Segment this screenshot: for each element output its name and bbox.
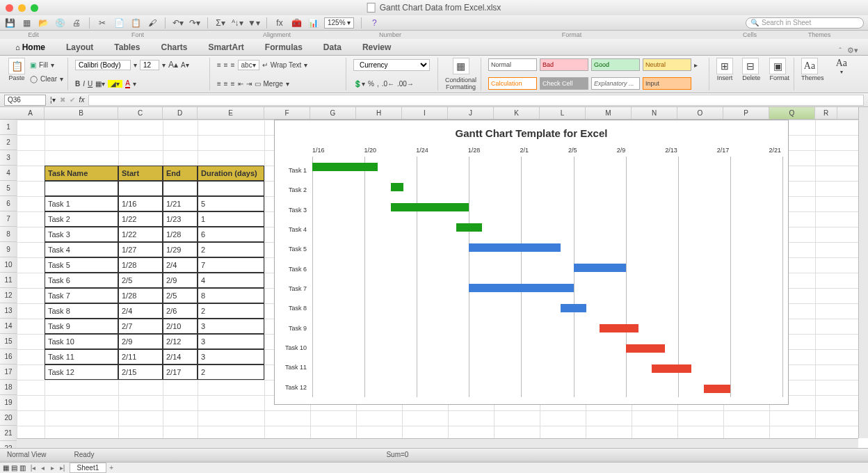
cell[interactable]: 2/6 [163,303,198,319]
cell[interactable]: Task 11 [45,349,118,364]
fill-button[interactable]: Fill [39,61,48,69]
comma-button[interactable]: , [377,80,379,88]
save-as-icon[interactable]: 💿 [54,17,65,29]
font-color-button[interactable]: A [125,79,130,88]
formula-input[interactable] [88,95,864,106]
cell[interactable]: 2 [198,303,264,319]
cell[interactable]: 2/4 [118,303,163,319]
cell[interactable]: 2/11 [118,349,163,364]
close-window-button[interactable] [6,4,13,12]
cell[interactable] [45,181,118,196]
tab-charts[interactable]: Charts [155,40,193,55]
tab-layout[interactable]: Layout [61,40,99,55]
font-name-select[interactable] [75,60,131,70]
filter-icon[interactable]: ▼▾ [248,17,259,29]
col-header-O[interactable]: O [677,107,723,119]
cell[interactable]: 2/4 [163,257,198,273]
ribbon-settings-icon[interactable]: ⚙▾ [847,46,858,55]
col-header-B[interactable]: B [45,107,118,119]
style-calculation[interactable]: Calculation [488,77,537,90]
style-bad[interactable]: Bad [540,58,588,71]
chart-icon[interactable]: 📊 [307,17,319,29]
tab-formulas[interactable]: Formulas [259,40,308,55]
cell[interactable]: Task 8 [45,303,118,319]
merge-button[interactable]: Merge [264,80,283,88]
indent-inc-icon[interactable]: ⇥ [246,80,252,88]
orientation-button[interactable]: abc▾ [238,60,259,70]
cell[interactable]: Duration (days) [198,166,264,181]
delete-cells-button[interactable]: ⊟ [742,58,759,74]
fx-icon[interactable]: fx [274,17,285,29]
col-header-A[interactable]: A [17,107,45,119]
style-normal[interactable]: Normal [488,58,537,71]
currency-icon[interactable]: 💲▾ [353,80,365,88]
cell[interactable]: 2 [198,242,264,257]
sheet-prev-icon[interactable]: ◂ [38,464,48,472]
accept-formula-icon[interactable]: ✔ [70,96,75,104]
col-header-K[interactable]: K [494,107,540,119]
style-good[interactable]: Good [591,58,640,71]
col-header-H[interactable]: H [356,107,402,119]
cell[interactable]: 2/15 [118,364,163,380]
italic-button[interactable]: I [83,80,85,88]
autosum-icon[interactable]: Σ▾ [215,17,226,29]
save-icon[interactable]: 💾 [4,17,15,29]
cell[interactable]: 8 [198,288,264,303]
row-header-20[interactable]: 20 [0,410,17,426]
cell[interactable]: 1/27 [118,242,163,257]
worksheet-grid[interactable]: ABCDEFGHIJKLMNOPQR 123456789101112131415… [0,107,868,448]
add-sheet-button[interactable]: + [106,464,116,472]
cell[interactable]: 2/17 [163,364,198,380]
align-top-icon[interactable]: ≡ [217,61,221,69]
sheet-first-icon[interactable]: |◂ [29,464,38,472]
redo-icon[interactable]: ↷▾ [189,17,200,29]
view-mode[interactable]: Normal View [7,451,47,458]
cell[interactable]: Task 5 [45,257,118,273]
cell[interactable] [198,181,264,196]
increase-font-icon[interactable]: A▴ [168,60,178,70]
style-explanatory[interactable]: Explanatory ... [591,77,640,90]
row-header-10[interactable]: 10 [0,257,17,273]
vertical-scrollbar[interactable] [858,107,868,438]
bold-button[interactable]: B [75,80,80,88]
sheet-last-icon[interactable]: ▸| [58,464,67,472]
zoom-level[interactable]: 125% ▾ [324,17,354,29]
cell[interactable]: 3 [198,334,264,349]
cell[interactable]: 1/23 [163,211,198,227]
grid-icon[interactable]: ▦ [21,17,32,29]
themes-button[interactable]: Aa [801,58,818,74]
align-bot-icon[interactable]: ≡ [231,61,235,69]
cell[interactable]: Task 7 [45,288,118,303]
cell[interactable]: 1/29 [163,242,198,257]
percent-button[interactable]: % [368,80,374,88]
cell[interactable]: 7 [198,257,264,273]
row-header-1[interactable]: 1 [0,120,17,135]
row-header-7[interactable]: 7 [0,211,17,227]
style-check-cell[interactable]: Check Cell [540,77,588,90]
sort-icon[interactable]: ᴬ↓▾ [232,17,243,29]
clear-button[interactable]: Clear [40,75,57,83]
col-header-D[interactable]: D [163,107,198,119]
wrap-icon[interactable]: ↵ [262,61,268,69]
cell[interactable]: 2/9 [118,334,163,349]
row-headers[interactable]: 12345678910111213141516171819202122 [0,120,17,448]
sheet-tab-1[interactable]: Sheet1 [70,463,107,473]
fx-label[interactable]: fx [79,96,85,104]
gantt-chart[interactable]: Gantt Chart Template for Excel1/161/201/… [274,120,789,405]
wrap-text-button[interactable]: Wrap Text [271,61,302,69]
col-header-C[interactable]: C [118,107,163,119]
cell[interactable]: Task 6 [45,273,118,288]
conditional-format-button[interactable]: ▦ [453,58,469,74]
cell[interactable] [118,181,163,196]
fill-color-button[interactable]: ◢▾ [108,80,122,88]
cell[interactable]: 1/21 [163,196,198,211]
merge-icon[interactable]: ▭ [255,80,261,88]
row-header-15[interactable]: 15 [0,334,17,349]
row-header-4[interactable]: 4 [0,166,17,181]
col-header-R[interactable]: R [815,107,837,119]
cell[interactable]: 1/22 [118,211,163,227]
cell[interactable]: 2/12 [163,334,198,349]
paste-icon[interactable]: 📋 [130,17,141,29]
cell[interactable]: Task Name [45,166,118,181]
number-format-select[interactable]: Currency [353,59,430,71]
